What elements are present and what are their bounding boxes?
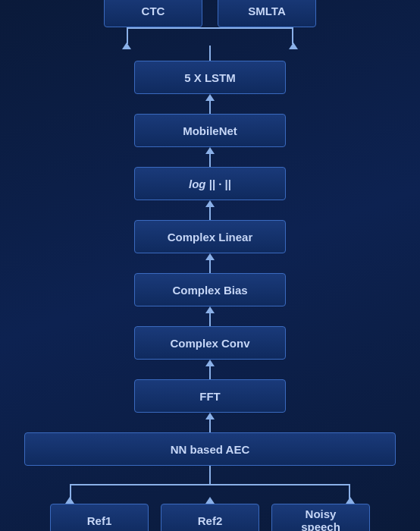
ref1-node: Ref1 xyxy=(50,504,149,531)
arrow-mobilenet-to-log xyxy=(205,147,215,167)
log-norm-label: log xyxy=(189,178,206,190)
arrow-stem xyxy=(209,154,211,167)
v-left xyxy=(127,27,128,44)
arrow-tip-up-icon xyxy=(205,200,215,207)
v-center xyxy=(209,46,211,61)
arrow-fft-to-nn xyxy=(205,413,215,432)
v-center-line xyxy=(209,466,211,485)
arrow-linear-to-bias xyxy=(205,253,215,273)
arrow-stem xyxy=(209,101,211,114)
arrow-stem xyxy=(209,207,211,220)
arrow-tip-up-icon xyxy=(205,253,215,260)
v-right xyxy=(292,27,293,44)
arrow-bias-to-conv xyxy=(205,306,215,326)
tip-center-icon xyxy=(205,497,215,504)
arrow-tip-up-icon xyxy=(205,306,215,313)
top-split-arrow xyxy=(51,27,369,61)
arrow-tip-up-icon xyxy=(205,360,215,366)
arrow-stem xyxy=(209,366,211,379)
ref2-node: Ref2 xyxy=(161,504,259,531)
log-norm-node: log || · || xyxy=(134,167,286,200)
h-line-top xyxy=(127,27,293,29)
three-way-split-arrow xyxy=(24,466,396,504)
tip-right-icon xyxy=(346,497,355,504)
complex-bias-node: Complex Bias xyxy=(134,273,286,306)
log-norm-bars: || · || xyxy=(209,178,231,190)
mobilenet-node: MobileNet xyxy=(134,114,286,147)
arrow-stem xyxy=(209,419,211,432)
top-output-row: CTC SMLTA xyxy=(23,0,397,27)
bottom-input-row: Ref1 Ref2 Noisy speech xyxy=(50,504,370,531)
arrow-tip-up-icon xyxy=(205,147,215,154)
ctc-node: CTC xyxy=(104,0,202,27)
arrow-tip-up-icon xyxy=(205,413,215,419)
complex-conv-node: Complex Conv xyxy=(134,326,286,360)
arrow-tip-up-icon xyxy=(205,94,215,101)
complex-linear-node: Complex Linear xyxy=(134,220,286,253)
fft-node: FFT xyxy=(134,379,286,413)
noisy-speech-node: Noisy speech xyxy=(271,504,370,531)
lstm-node: 5 X LSTM xyxy=(134,61,286,94)
arrow-log-to-linear xyxy=(205,200,215,220)
arrow-lstm-to-mobilenet xyxy=(205,94,215,114)
arrow-stem xyxy=(209,313,211,326)
tip-left-icon xyxy=(65,497,74,504)
smlta-node: SMLTA xyxy=(218,0,316,27)
nn-aec-node: NN based AEC xyxy=(24,432,396,466)
arrow-stem xyxy=(209,260,211,273)
tip-right-icon xyxy=(289,42,298,49)
h-line xyxy=(70,484,350,485)
arrow-conv-to-fft xyxy=(205,360,215,379)
architecture-diagram: CTC SMLTA 5 X LSTM MobileNet log || · ||… xyxy=(0,0,420,531)
